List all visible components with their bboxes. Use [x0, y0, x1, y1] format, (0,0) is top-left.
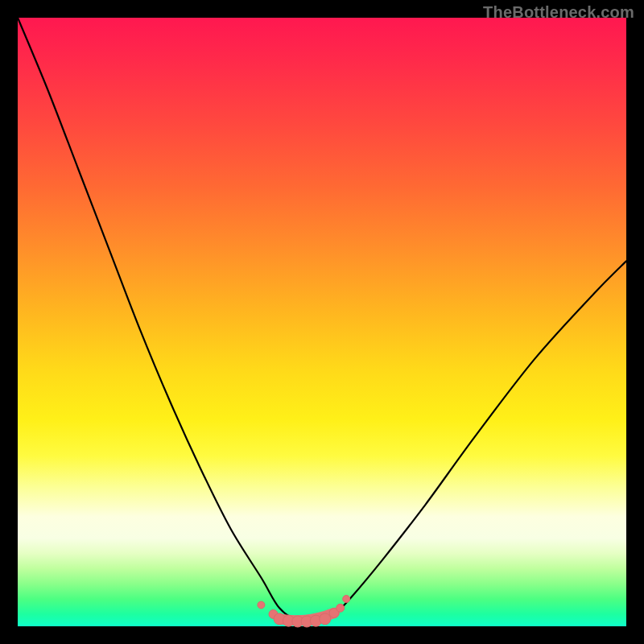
flat-bottom-marker-group — [258, 596, 350, 628]
bottleneck-curve — [18, 18, 626, 621]
trough-marker — [343, 596, 350, 603]
trough-marker — [320, 613, 331, 625]
outer-black-frame: TheBottleneck.com — [0, 0, 644, 644]
gradient-plot-area — [18, 18, 626, 626]
chart-svg — [18, 18, 626, 626]
trough-marker — [336, 604, 345, 612]
trough-marker — [258, 601, 265, 609]
watermark-text: TheBottleneck.com — [483, 3, 634, 22]
